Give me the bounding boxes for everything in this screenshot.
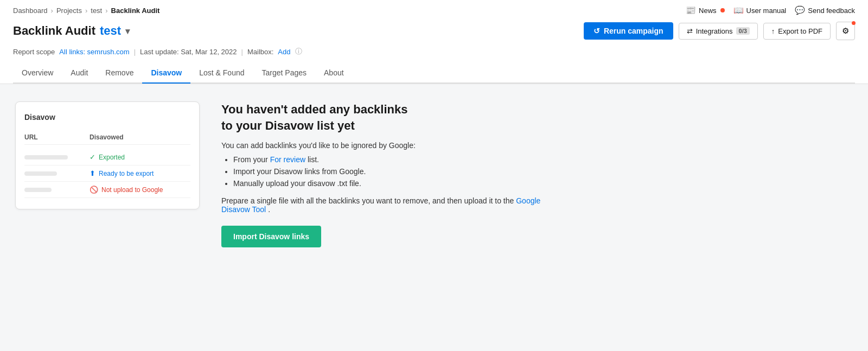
empty-title-line1: You haven't added any backlinks [221,103,407,116]
integrations-button[interactable]: ⇄ Integrations 0/3 [679,23,758,40]
settings-notification-dot [852,21,856,25]
breadcrumb-current: Backlink Audit [111,7,160,15]
export-icon: ↑ [771,27,775,35]
note-text-suffix: . [268,205,270,214]
status-label-not-upload: Not upload to Google [101,186,163,194]
title-text: Backlink Audit [13,24,95,38]
card-title: Disavow [24,113,190,122]
breadcrumb-dashboard[interactable]: Dashboard [13,7,48,15]
status-label-exported: Exported [99,154,125,161]
breadcrumb-test[interactable]: test [91,7,102,15]
status-label-ready: Ready to be export [99,170,154,177]
list-item-text-2: Import your Disavow links from Google. [233,167,366,176]
table-row: ⬆ Ready to be export [24,165,190,182]
note-text-pre: Prepare a single file with all the backl… [221,196,516,205]
send-feedback-link[interactable]: 💬 Send feedback [795,5,855,15]
title-actions: ↺ Rerun campaign ⇄ Integrations 0/3 ↑ Ex… [584,22,855,40]
url-cell [24,155,90,159]
status-cell-exported: ✓ Exported [90,153,125,161]
empty-title-line2: to your Disavow list yet [221,119,355,132]
user-manual-link[interactable]: 📖 User manual [733,5,787,15]
info-icon[interactable]: ⓘ [295,47,302,56]
report-scope-label: Report scope [13,48,55,56]
integrations-icon: ⇄ [687,27,693,35]
integrations-label: Integrations [696,27,733,35]
export-status-icon: ⬆ [90,169,95,177]
tab-disavow[interactable]: Disavow [142,63,190,84]
feedback-label: Send feedback [808,7,855,15]
url-placeholder [24,155,68,159]
url-placeholder [24,171,57,176]
block-icon: 🚫 [90,186,98,194]
mailbox-label: Mailbox: [247,48,273,56]
list-item-text-1: From your [233,155,270,164]
export-pdf-button[interactable]: ↑ Export to PDF [763,23,831,40]
tab-overview[interactable]: Overview [13,63,62,84]
breadcrumb-projects[interactable]: Projects [56,7,82,15]
book-icon: 📖 [733,5,744,15]
tab-audit[interactable]: Audit [62,63,97,84]
news-notification-dot [720,8,725,12]
export-label: Export to PDF [778,27,822,35]
status-cell-ready: ⬆ Ready to be export [90,169,154,177]
manual-label: User manual [746,7,787,15]
settings-button[interactable]: ⚙ [836,22,855,40]
import-disavow-button[interactable]: Import Disavow links [221,226,321,247]
status-cell-not-upload: 🚫 Not upload to Google [90,186,163,194]
news-icon: 📰 [686,5,696,15]
url-cell [24,171,90,176]
disavow-illustration-card: Disavow URL Disavowed ✓ Exported ⬆ Ready… [15,101,200,209]
list-item: Manually upload your disavow .txt file. [233,179,569,188]
news-link[interactable]: 📰 News [686,5,725,15]
integrations-badge: 0/3 [736,27,750,35]
list-item-text-1-suffix: list. [308,155,319,164]
report-scope-row: Report scope All links: semrush.com | La… [13,44,855,63]
col-url-header: URL [24,133,90,141]
tab-lost-found[interactable]: Lost & Found [190,63,253,84]
breadcrumb-sep3: › [105,7,107,15]
rerun-campaign-button[interactable]: ↺ Rerun campaign [584,22,673,40]
for-review-link[interactable]: For review [270,155,305,164]
tab-target-pages[interactable]: Target Pages [253,63,316,84]
breadcrumb-sep2: › [85,7,87,15]
main-content: Disavow URL Disavowed ✓ Exported ⬆ Ready… [0,84,868,265]
title-project: test [100,24,121,38]
tab-about[interactable]: About [315,63,353,84]
empty-state-title: You haven't added any backlinks to your … [221,101,569,133]
list-item: From your For review list. [233,155,569,164]
mailbox-add-link[interactable]: Add [278,48,290,56]
nav-tabs: Overview Audit Remove Disavow Lost & Fou… [13,63,855,84]
empty-state-panel: You haven't added any backlinks to your … [221,101,569,247]
table-row: ✓ Exported [24,149,190,165]
chevron-down-icon[interactable]: ▾ [125,26,130,36]
news-label: News [699,7,717,15]
empty-state-description: You can add backlinks you'd like to be i… [221,141,569,150]
gear-icon: ⚙ [842,26,849,35]
top-actions: 📰 News 📖 User manual 💬 Send feedback [686,5,855,15]
rerun-label: Rerun campaign [604,27,663,35]
check-icon: ✓ [90,153,95,161]
page-title: Backlink Audit test ▾ [13,24,130,38]
empty-state-list: From your For review list. Import your D… [221,155,569,188]
breadcrumb: Dashboard › Projects › test › Backlink A… [13,7,159,15]
list-item-text-3: Manually upload your disavow .txt file. [233,179,361,188]
url-placeholder [24,188,52,192]
last-update: Last update: Sat, Mar 12, 2022 [140,48,237,56]
empty-state-note: Prepare a single file with all the backl… [221,196,569,214]
breadcrumb-sep1: › [51,7,53,15]
list-item: Import your Disavow links from Google. [233,167,569,176]
import-button-label: Import Disavow links [233,232,309,241]
table-row: 🚫 Not upload to Google [24,182,190,198]
report-scope-link[interactable]: All links: semrush.com [59,48,129,56]
tab-remove[interactable]: Remove [97,63,142,84]
rerun-icon: ↺ [593,27,600,35]
card-table-header: URL Disavowed [24,130,190,145]
col-disavowed-header: Disavowed [90,133,124,141]
feedback-icon: 💬 [795,5,805,15]
url-cell [24,188,90,192]
